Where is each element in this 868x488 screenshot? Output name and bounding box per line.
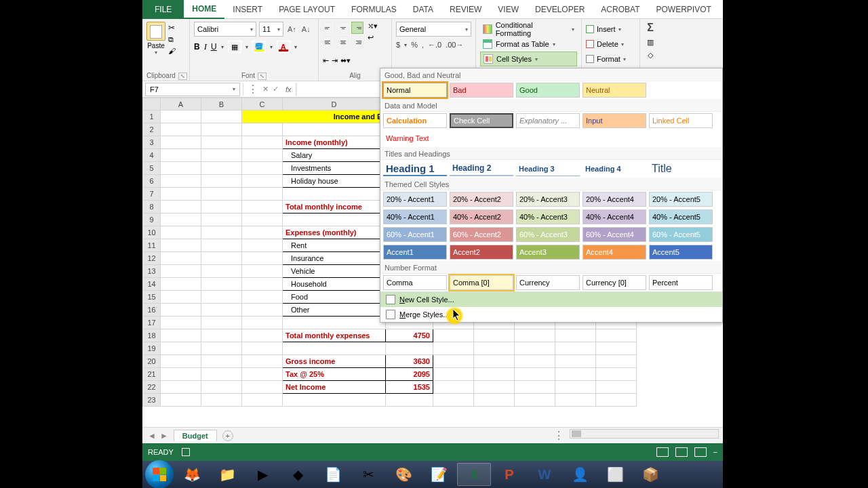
- tab-developer[interactable]: DEVELOPER: [527, 0, 593, 19]
- style-currency-0[interactable]: Currency [0]: [583, 275, 646, 290]
- cell[interactable]: Other: [283, 304, 386, 317]
- align-left[interactable]: [323, 36, 335, 48]
- style-accent5[interactable]: Accent5: [649, 245, 713, 260]
- row-header[interactable]: 19: [143, 342, 161, 355]
- font-name-dropdown[interactable]: Calibri▾: [194, 22, 256, 37]
- style-heading-3[interactable]: Heading 3: [516, 161, 580, 176]
- clear-button[interactable]: ◇: [648, 51, 653, 60]
- cancel-formula-button[interactable]: ✕: [262, 85, 269, 94]
- cell[interactable]: Salary: [283, 149, 386, 162]
- decrease-decimal-button[interactable]: .00→: [446, 41, 463, 49]
- increase-decimal-button[interactable]: ←.0: [428, 41, 441, 49]
- cell[interactable]: Gross income: [283, 355, 386, 368]
- cut-icon[interactable]: ✂: [168, 23, 176, 33]
- comma-format-button[interactable]: ,: [422, 41, 424, 49]
- cell[interactable]: Tax @ 25%: [283, 368, 386, 381]
- dialog-launcher-icon[interactable]: ⤡: [258, 73, 267, 80]
- taskbar-notepad[interactable]: 📄: [316, 463, 350, 486]
- style-40-accent2[interactable]: 40% - Accent2: [450, 209, 513, 224]
- format-painter-icon[interactable]: 🖌: [168, 47, 176, 55]
- style-neutral[interactable]: Neutral: [583, 83, 646, 98]
- enter-formula-button[interactable]: ✓: [273, 85, 279, 94]
- style-40-accent3[interactable]: 40% - Accent3: [516, 209, 580, 224]
- sheet-tab-budget[interactable]: Budget: [174, 430, 217, 441]
- font-size-dropdown[interactable]: 11▾: [259, 22, 283, 37]
- align-right[interactable]: [351, 36, 363, 48]
- style-20-accent1[interactable]: 20% - Accent1: [383, 192, 447, 207]
- tab-powerpivot[interactable]: POWERPIVOT: [648, 0, 719, 19]
- style-percent[interactable]: Percent: [649, 275, 713, 290]
- sheet-split-handle[interactable]: ⋮: [553, 429, 564, 442]
- column-header[interactable]: A: [161, 98, 201, 110]
- horizontal-scrollbar[interactable]: ◄: [570, 429, 719, 439]
- cell[interactable]: Investments: [283, 162, 386, 175]
- style-check-cell[interactable]: Check Cell: [450, 113, 513, 128]
- bold-button[interactable]: B: [194, 42, 200, 52]
- taskbar-sticky-notes[interactable]: 📝: [422, 463, 456, 486]
- taskbar-app-2[interactable]: 🎨: [387, 463, 420, 486]
- italic-button[interactable]: I: [204, 41, 207, 52]
- format-as-table-button[interactable]: Format as Table▾: [480, 37, 577, 52]
- style-accent1[interactable]: Accent1: [383, 245, 447, 260]
- cell[interactable]: Vehicle: [283, 265, 386, 278]
- row-header[interactable]: 22: [143, 381, 161, 394]
- style-heading-1[interactable]: Heading 1: [383, 161, 447, 176]
- row-header[interactable]: 16: [143, 304, 161, 317]
- merge-styles-action[interactable]: Merge Styles...: [380, 307, 722, 322]
- style-20-accent4[interactable]: 20% - Accent4: [583, 192, 646, 207]
- taskbar-app-1[interactable]: ◆: [281, 463, 315, 486]
- cell[interactable]: Insurance: [283, 252, 386, 265]
- tab-file[interactable]: FILE: [142, 0, 184, 19]
- style-heading-2[interactable]: Heading 2: [450, 161, 513, 176]
- format-cells-button[interactable]: Format▾: [586, 52, 635, 66]
- taskbar-media-player[interactable]: ▶: [245, 463, 279, 486]
- chevron-down-icon[interactable]: ▾: [294, 44, 297, 50]
- cell[interactable]: 1535: [386, 381, 433, 394]
- tab-data[interactable]: DATA: [405, 0, 441, 19]
- merge-center-button[interactable]: ⬌▾: [340, 56, 351, 65]
- autosum-button[interactable]: Σ: [647, 22, 654, 34]
- fx-label[interactable]: fx: [285, 85, 292, 94]
- chevron-down-icon[interactable]: ▾: [221, 44, 224, 50]
- row-header[interactable]: 23: [143, 394, 161, 407]
- column-header[interactable]: C: [242, 98, 283, 110]
- cell[interactable]: Holiday house: [283, 175, 386, 188]
- row-header[interactable]: 2: [143, 123, 161, 136]
- number-format-dropdown[interactable]: General▾: [396, 22, 471, 37]
- cell[interactable]: 2095: [386, 368, 433, 381]
- row-header[interactable]: 4: [143, 149, 161, 162]
- tab-page-layout[interactable]: PAGE LAYOUT: [271, 0, 343, 19]
- style-60-accent5[interactable]: 60% - Accent5: [649, 227, 713, 242]
- cell[interactable]: 4750: [386, 329, 433, 342]
- taskbar-app-3[interactable]: 👤: [563, 463, 597, 486]
- row-header[interactable]: 12: [143, 252, 161, 265]
- chevron-down-icon[interactable]: ▾: [404, 42, 407, 48]
- cell[interactable]: Income (monthly): [283, 136, 386, 149]
- taskbar-app-4[interactable]: ⬜: [598, 463, 632, 486]
- page-break-view-button[interactable]: [694, 447, 707, 457]
- cell[interactable]: Household: [283, 278, 386, 291]
- style-explanatory[interactable]: Explanatory ...: [516, 113, 580, 128]
- style-60-accent2[interactable]: 60% - Accent2: [450, 227, 513, 242]
- decrease-indent-button[interactable]: ⇤: [323, 56, 329, 65]
- style-normal[interactable]: Normal: [383, 83, 447, 98]
- tab-formulas[interactable]: FORMULAS: [343, 0, 405, 19]
- insert-cells-button[interactable]: Insert▾: [586, 22, 635, 37]
- cell-styles-button[interactable]: Cell Styles▾: [480, 52, 577, 66]
- fill-color-button[interactable]: 🪣: [252, 41, 266, 53]
- style-accent2[interactable]: Accent2: [450, 245, 513, 260]
- row-header[interactable]: 15: [143, 291, 161, 304]
- align-top-left[interactable]: [323, 22, 335, 34]
- style-20-accent2[interactable]: 20% - Accent2: [450, 192, 513, 207]
- underline-button[interactable]: U: [211, 42, 217, 52]
- style-calculation[interactable]: Calculation: [383, 113, 447, 128]
- style-linked-cell[interactable]: Linked Cell: [649, 113, 713, 128]
- cell[interactable]: Total monthly income: [283, 201, 386, 214]
- cell[interactable]: Expenses (monthly): [283, 226, 386, 239]
- align-center[interactable]: [337, 36, 349, 48]
- chevron-down-icon[interactable]: ▾: [270, 44, 273, 50]
- style-accent4[interactable]: Accent4: [583, 245, 646, 260]
- style-title[interactable]: Title: [649, 161, 713, 176]
- align-top-center[interactable]: [337, 22, 349, 34]
- row-header[interactable]: 14: [143, 278, 161, 291]
